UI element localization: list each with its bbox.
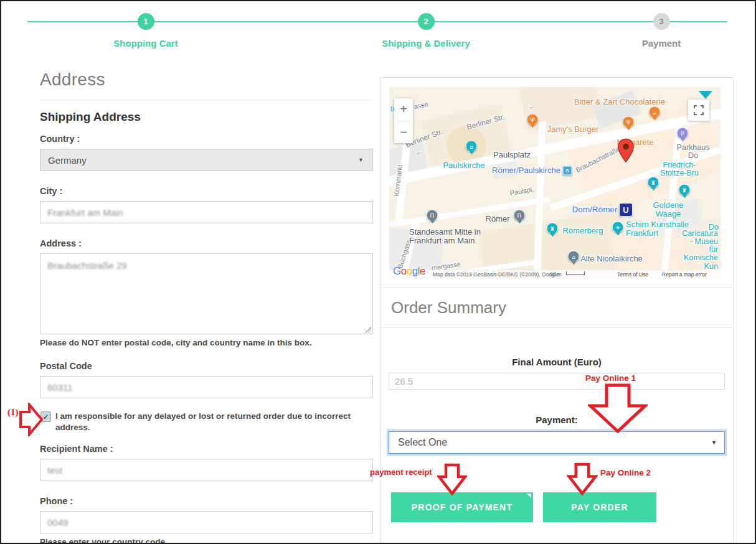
chevron-down-icon: ▼ [711,439,717,446]
pin-glyph: ☕ [652,109,657,115]
pay-order-label: PAY ORDER [571,502,628,512]
annotation-down-arrow-icon [437,463,467,495]
country-label: Country : [40,134,373,144]
parking-pin: P [677,128,689,139]
fullscreen-button[interactable] [688,100,709,121]
ubahn-icon: U [619,203,633,217]
restaurant-pin: Ψ [527,114,539,126]
report-map-error-link[interactable]: Report a map error [662,271,707,278]
proof-of-payment-button[interactable]: PROOF OF PAYMENT [391,492,533,522]
step-circle: 2 [418,13,435,30]
folded-corner-icon [527,494,531,498]
resize-handle-icon[interactable] [366,327,371,332]
pin-glyph: ♜ [651,179,656,185]
phone-label: Phone : [40,496,373,506]
museum-pin: Π [514,210,526,222]
map-poi-label: Paulsplatz [493,151,531,159]
pin-glyph: P [681,130,684,136]
responsibility-checkbox-label: I am responsible for any delayed or lost… [55,411,373,433]
address-note: Please do NOT enter postal code, city an… [40,338,373,347]
pin-glyph: ⌂ [470,143,473,149]
payment-select-value: Select One [398,437,447,448]
map-scale-bar [566,271,585,275]
cafe-pin: ☕ [649,106,661,118]
clipped-teal-marker [699,91,712,99]
monument-pin: ♜ [679,184,691,196]
map-attribution-text: Map data ©2019 GeoBasis-DE/BKG (©2009), … [433,271,559,278]
country-value: Germany [48,155,87,166]
phone-value: 0049 [47,517,68,528]
annotation-down-arrow-icon [567,462,598,495]
address-textarea[interactable]: Braubachstraße 29 [40,253,373,334]
pin-glyph: Ψ [530,116,534,123]
map-scale-label: 50 m [550,271,562,278]
art-museum-pin: ✳ [612,222,624,233]
postal-code-value: 60311 [47,382,73,393]
step-label: Payment [599,38,724,49]
phone-input[interactable]: 0049 [40,511,373,533]
shipping-address-title: Shipping Address [40,110,373,124]
map-poi-label: Standesamt Mitte in Frankfurt am Main [409,228,481,245]
fullscreen-icon [694,105,704,115]
country-select[interactable]: Germany ▼ [40,149,373,171]
map-attribution-bar: Map data ©2019 GeoBasis-DE/BKG (©2009), … [389,270,721,279]
phone-note: Please enter your country code. [40,537,373,544]
sbahn-icon: S [563,166,572,176]
google-map[interactable]: asseBerliner Str.Berliner Str.KornmarktB… [389,87,721,279]
payment-select[interactable]: Select One ▼ [389,431,725,454]
action-buttons: PROOF OF PAYMENT PAY ORDER [391,492,725,522]
map-poi-label: Friedrich-Stoltze-Bru [659,161,700,177]
final-amount-input[interactable]: 26.5 [389,373,725,390]
church-pin: ⌂ [466,141,478,152]
map-street-label: Paulspl. [509,185,535,197]
order-summary-card: asseBerliner Str.Berliner Str.KornmarktB… [380,77,734,544]
annotation-down-arrow-icon [588,383,648,433]
divider [40,100,373,100]
responsibility-checkbox-row: ✓ I am responsible for any delayed or lo… [40,411,373,433]
recipient-name-value: test [47,465,62,476]
google-logo-letter: o [407,265,412,277]
church-pin: ⌂ [568,251,580,263]
recipient-name-input[interactable]: test [40,459,373,481]
museum-pin: Π [427,210,438,222]
restaurant-pin: Ψ [623,116,635,128]
google-logo[interactable]: Google [393,265,425,278]
zoom-in-button[interactable]: + [394,98,413,121]
zoom-out-button[interactable]: − [394,121,413,144]
map-poi-label: Paulskirche [443,161,484,170]
order-summary-body: Final Amount (Euro) 26.5 Payment: Select… [380,328,733,522]
city-input[interactable]: Frankfurt am Main [40,201,373,223]
chevron-down-icon: ▼ [358,157,364,163]
terms-of-use-link[interactable]: Terms of Use [617,271,648,278]
annotation-pay-online-2-label: Pay Online 2 [600,468,651,477]
google-logo-letter: e [420,265,425,277]
pin-glyph: ✳ [615,224,620,230]
city-value: Frankfurt am Main [47,207,123,218]
payment-label: Payment: [389,415,725,425]
step-payment: 3 Payment [599,13,724,49]
annotation-right-arrow-icon [19,403,43,436]
annotation-payment-receipt-label: payment receipt [370,467,432,477]
map-zoom-control: + − [394,98,413,143]
postal-code-input[interactable]: 60311 [40,376,373,398]
city-label: City : [40,186,373,196]
step-circle: 1 [138,13,154,30]
recipient-name-label: Recipient Name : [40,444,373,454]
step-shopping-cart[interactable]: 1 Shopping Cart [83,13,208,49]
map-poi-label: Römer [485,215,509,223]
google-logo-letter: G [393,265,401,277]
step-shipping-delivery[interactable]: 2 Shipping & Delivery [364,13,488,49]
red-location-marker [617,138,635,166]
final-amount-value: 26.5 [395,376,413,387]
pay-order-button[interactable]: PAY ORDER [543,492,656,522]
postal-code-label: Postal Code [40,361,373,371]
address-value: Braubachstraße 29 [47,260,127,271]
map-section: asseBerliner Str.Berliner Str.KornmarktB… [380,78,733,288]
pin-glyph: ♜ [550,225,555,232]
map-poi-label: Parkhaus Do [677,144,710,160]
annotation-pay-online-1-label: Pay Online 1 [585,373,636,383]
address-label: Address : [40,238,373,248]
map-street-label: asse [413,100,428,111]
order-summary-title: Order Summary [380,288,733,328]
map-poi-label: Römer/Paulskirche [492,166,560,175]
